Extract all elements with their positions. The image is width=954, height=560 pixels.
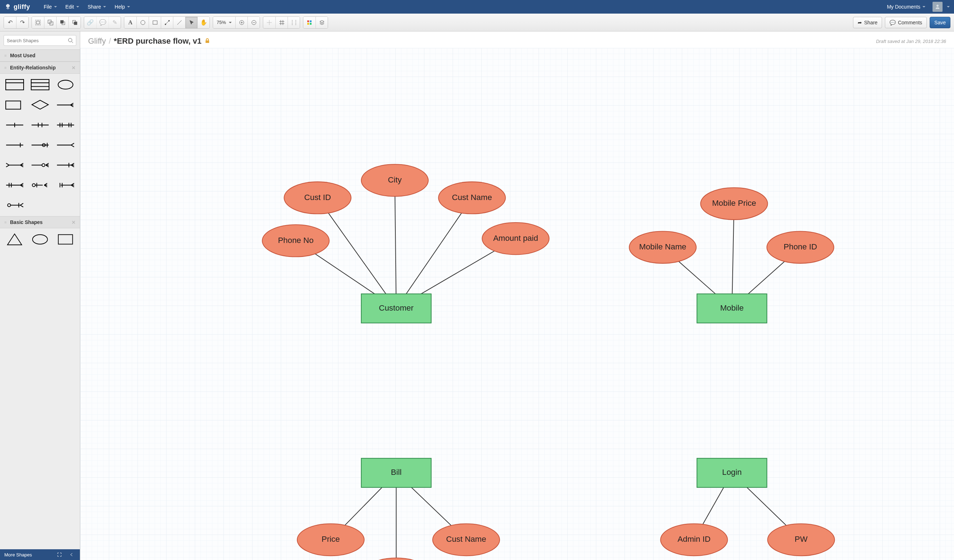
shape-line-zero-one-many[interactable] (3, 198, 26, 213)
shape-rectangle[interactable] (54, 232, 77, 247)
erd-attribute[interactable]: Cust ID (284, 182, 351, 214)
shape-line-crow[interactable] (54, 97, 77, 112)
comments-icon: 💬 (890, 20, 896, 25)
connector-line[interactable] (394, 180, 396, 308)
shape-line-one[interactable] (3, 117, 26, 132)
shape-line-many[interactable] (3, 157, 26, 173)
gliffy-logo-icon (4, 3, 11, 10)
shape-line-one-one[interactable] (28, 117, 51, 132)
popup-button: ✎ (109, 17, 121, 28)
redo-button[interactable]: ↷ (16, 17, 28, 28)
search-shapes-box (3, 35, 76, 46)
shape-line-one-many[interactable] (54, 157, 77, 173)
shape-line-dash[interactable] (54, 137, 77, 152)
menu-edit[interactable]: Edit (62, 2, 83, 12)
shape-weak-entity[interactable] (3, 97, 26, 112)
text-tool[interactable]: A (124, 17, 136, 28)
erd-attribute[interactable]: PW (767, 524, 834, 556)
send-back-button[interactable] (69, 17, 81, 28)
text-icon: A (128, 20, 132, 25)
pan-tool[interactable]: ✋ (197, 17, 209, 28)
line-icon (176, 20, 182, 25)
shape-ellipse[interactable] (28, 232, 51, 247)
search-shapes-input[interactable] (3, 35, 76, 46)
pointer-tool[interactable] (185, 17, 197, 28)
undo-button[interactable]: ↶ (4, 17, 16, 28)
erd-entity[interactable]: Login (697, 458, 767, 487)
group-button[interactable] (32, 17, 44, 28)
shape-line-zero-many[interactable] (28, 157, 51, 173)
section-entity-relationship[interactable]: ≡ Entity-Relationship ✕ (0, 62, 80, 74)
zoom-in-button[interactable] (235, 17, 248, 28)
svg-marker-26 (32, 101, 48, 109)
collapse-sidebar-icon[interactable] (68, 551, 76, 558)
guides-button[interactable] (288, 17, 300, 28)
shape-line-onemany-both[interactable] (3, 177, 26, 193)
rect-tool[interactable] (149, 17, 161, 28)
shape-entity[interactable] (3, 77, 26, 92)
erd-attribute[interactable]: Amount paid (482, 222, 549, 254)
erd-entity[interactable]: Customer (361, 294, 431, 323)
document-title[interactable]: *ERD purchase flow, v1 (114, 36, 202, 46)
more-shapes-link[interactable]: More Shapes (4, 552, 32, 557)
document-header: Gliffy / *ERD purchase flow, v1 Draft sa… (80, 31, 954, 48)
erd-attribute[interactable]: Cust Name (433, 524, 500, 556)
shape-attribute[interactable] (54, 77, 77, 92)
erd-attribute[interactable]: Cust Name (438, 182, 505, 214)
section-most-used[interactable]: ≡ Most Used (0, 50, 80, 62)
layers-button[interactable] (315, 17, 328, 28)
shape-line-zeromany-both[interactable] (28, 177, 51, 193)
svg-point-58 (8, 204, 10, 207)
save-button[interactable]: Save (930, 17, 951, 28)
line-tool[interactable] (173, 17, 185, 28)
grid-button[interactable] (275, 17, 288, 28)
fit-icon[interactable] (56, 551, 63, 558)
user-avatar[interactable] (932, 2, 943, 12)
menu-file[interactable]: File (40, 2, 61, 12)
svg-rect-19 (6, 79, 23, 90)
svg-marker-61 (8, 234, 22, 245)
my-documents-link[interactable]: My Documents (884, 2, 929, 12)
connector-line[interactable] (396, 198, 472, 308)
diagram-canvas[interactable]: Cust IDCityCust NamePhone NoAmount paidM… (80, 48, 954, 560)
connector-icon (164, 20, 170, 25)
rect-icon (152, 20, 158, 25)
erd-entity[interactable]: Mobile (697, 294, 767, 323)
breadcrumb-root[interactable]: Gliffy (88, 36, 106, 46)
shape-line-many-one[interactable] (54, 177, 77, 193)
zoom-dropdown[interactable]: 75% (213, 17, 235, 28)
close-icon[interactable]: ✕ (72, 220, 76, 225)
erd-attribute[interactable]: Bid (363, 558, 430, 560)
erd-entity[interactable]: Bill (361, 458, 431, 487)
svg-point-8 (141, 20, 145, 25)
close-icon[interactable]: ✕ (72, 65, 76, 70)
erd-attribute[interactable]: Price (297, 524, 364, 556)
erd-attribute[interactable]: Phone No (262, 225, 329, 257)
shape-triangle[interactable] (3, 232, 26, 247)
section-basic-shapes[interactable]: ≡ Basic Shapes ✕ (0, 216, 80, 228)
connector-line[interactable] (318, 198, 396, 308)
share-button[interactable]: ➦Share (853, 17, 882, 28)
comments-button[interactable]: 💬Comments (885, 17, 927, 28)
shape-line-plain[interactable] (3, 137, 26, 152)
erd-attribute[interactable]: Mobile Name (629, 231, 696, 263)
svg-point-82 (363, 558, 430, 560)
menu-help[interactable]: Help (111, 2, 134, 12)
draft-status: Draft saved at Jan 29, 2018 22:36 (876, 39, 946, 44)
erd-attribute[interactable]: Phone ID (767, 231, 834, 263)
toolbar: ↶ ↷ 🔗 💬 ✎ A ✋ 75% ➦Share 💬Comments (0, 14, 954, 31)
shape-line-oneone-both[interactable] (54, 117, 77, 132)
erd-attribute[interactable]: Mobile Price (700, 188, 767, 219)
bring-front-button[interactable] (56, 17, 69, 28)
ellipse-tool[interactable] (136, 17, 149, 28)
ungroup-button[interactable] (44, 17, 56, 28)
shape-relationship[interactable] (28, 97, 51, 112)
theme-button[interactable] (303, 17, 315, 28)
connector-tool[interactable] (161, 17, 173, 28)
zoom-out-button[interactable] (248, 17, 260, 28)
erd-attribute[interactable]: City (361, 164, 428, 196)
erd-attribute[interactable]: Admin ID (661, 524, 728, 556)
shape-line-zero-one[interactable] (28, 137, 51, 152)
menu-share[interactable]: Share (84, 2, 109, 12)
shape-entity-rows[interactable] (28, 77, 51, 92)
